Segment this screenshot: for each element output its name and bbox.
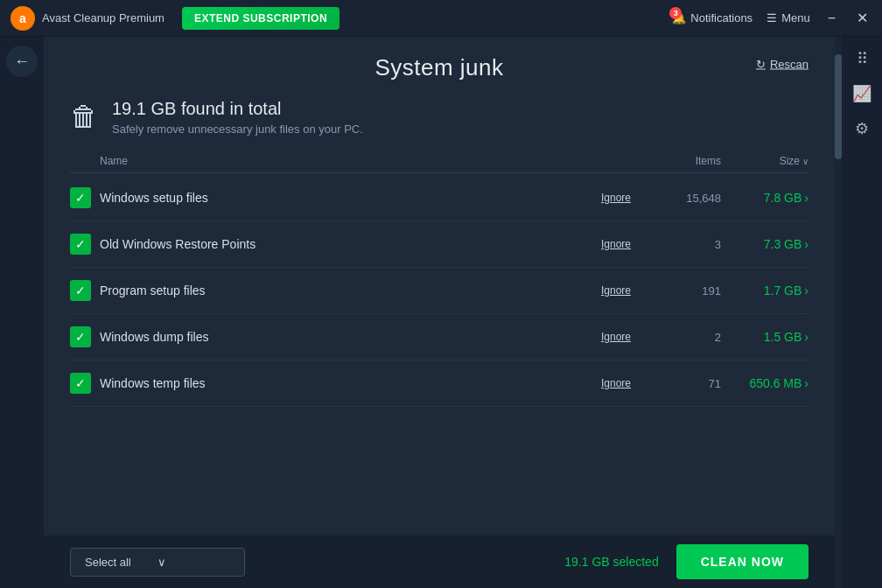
app-title: Avast Cleanup Premium bbox=[42, 11, 164, 24]
rescan-button[interactable]: ↻ Rescan bbox=[756, 57, 808, 70]
row-items-2: 191 bbox=[651, 284, 721, 298]
select-all-dropdown[interactable]: Select all ∨ bbox=[70, 548, 245, 577]
table-row: ✓ Windows dump files Ignore 2 1.5 GB › bbox=[70, 314, 808, 360]
logo-area: a Avast Cleanup Premium EXTEND SUBSCRIPT… bbox=[10, 6, 672, 31]
notifications-label: Notifications bbox=[690, 11, 752, 24]
settings-icon[interactable]: ⚙ bbox=[855, 119, 869, 138]
row-ignore-3[interactable]: Ignore bbox=[581, 331, 651, 343]
row-checkbox-0[interactable]: ✓ bbox=[70, 187, 91, 208]
row-checkbox-2[interactable]: ✓ bbox=[70, 280, 91, 301]
left-nav: ← bbox=[0, 37, 44, 588]
notifications-button[interactable]: 🔔 3 Notifications bbox=[672, 11, 752, 24]
page-header: System junk ↻ Rescan bbox=[44, 37, 835, 90]
grid-icon[interactable]: ⠿ bbox=[857, 49, 868, 68]
summary-text: 19.1 GB found in total Safely remove unn… bbox=[112, 99, 363, 136]
row-size-1[interactable]: 7.3 GB › bbox=[721, 237, 808, 251]
table-row: ✓ Program setup files Ignore 191 1.7 GB … bbox=[70, 268, 808, 314]
row-items-4: 71 bbox=[651, 377, 721, 390]
table-row: ✓ Windows setup files Ignore 15,648 7.8 … bbox=[70, 175, 808, 221]
notification-icon-wrap: 🔔 3 bbox=[672, 11, 686, 24]
footer: Select all ∨ 19.1 GB selected CLEAN NOW bbox=[44, 536, 835, 588]
select-all-label: Select all bbox=[85, 556, 131, 569]
menu-button[interactable]: ☰ Menu bbox=[766, 11, 810, 24]
row-label-0: Windows setup files bbox=[100, 191, 581, 205]
scrollbar-thumb[interactable] bbox=[835, 54, 842, 159]
summary-subtitle: Safely remove unnecessary junk files on … bbox=[112, 122, 363, 136]
row-checkbox-1[interactable]: ✓ bbox=[70, 234, 91, 255]
close-button[interactable]: ✕ bbox=[853, 10, 872, 26]
menu-label: Menu bbox=[781, 11, 810, 24]
row-arrow-icon-2: › bbox=[804, 284, 808, 298]
row-size-0[interactable]: 7.8 GB › bbox=[721, 191, 808, 205]
row-checkbox-3[interactable]: ✓ bbox=[70, 326, 91, 347]
row-items-1: 3 bbox=[651, 238, 721, 251]
row-ignore-2[interactable]: Ignore bbox=[581, 284, 651, 297]
row-label-4: Windows temp files bbox=[100, 376, 581, 390]
titlebar: a Avast Cleanup Premium EXTEND SUBSCRIPT… bbox=[0, 0, 882, 37]
chart-icon[interactable]: 📈 bbox=[852, 84, 872, 103]
row-label-1: Old Windows Restore Points bbox=[100, 237, 581, 251]
svg-text:a: a bbox=[19, 11, 26, 25]
menu-icon: ☰ bbox=[766, 11, 777, 24]
row-checkbox-4[interactable]: ✓ bbox=[70, 373, 91, 394]
row-ignore-0[interactable]: Ignore bbox=[581, 192, 651, 204]
row-arrow-icon-4: › bbox=[804, 376, 808, 390]
rescan-label: Rescan bbox=[770, 57, 808, 70]
row-size-2[interactable]: 1.7 GB › bbox=[721, 284, 808, 298]
content-area: System junk ↻ Rescan 🗑 19.1 GB found in … bbox=[44, 37, 835, 588]
clean-now-button[interactable]: CLEAN NOW bbox=[676, 544, 808, 579]
page-title: System junk bbox=[374, 54, 503, 81]
main-layout: ← System junk ↻ Rescan 🗑 19.1 GB found i… bbox=[0, 37, 882, 588]
junk-table: Name Items Size ∨ ✓ Windows setup files … bbox=[44, 150, 835, 536]
summary-row: 🗑 19.1 GB found in total Safely remove u… bbox=[44, 90, 835, 150]
col-items-header: Items bbox=[651, 155, 721, 167]
row-size-4[interactable]: 650.6 MB › bbox=[721, 376, 808, 390]
table-row: ✓ Old Windows Restore Points Ignore 3 7.… bbox=[70, 221, 808, 268]
row-ignore-4[interactable]: Ignore bbox=[581, 377, 651, 389]
dropdown-chevron-icon: ∨ bbox=[158, 556, 166, 569]
extend-subscription-button[interactable]: EXTEND SUBSCRIPTION bbox=[182, 7, 340, 30]
summary-total: 19.1 GB found in total bbox=[112, 99, 363, 119]
back-button[interactable]: ← bbox=[6, 46, 38, 77]
row-label-3: Windows dump files bbox=[100, 330, 581, 344]
table-header: Name Items Size ∨ bbox=[70, 150, 808, 173]
rescan-icon: ↻ bbox=[756, 57, 766, 70]
sort-arrow-icon: ∨ bbox=[802, 157, 808, 166]
trash-icon: 🗑 bbox=[70, 101, 98, 133]
avast-logo-icon: a bbox=[10, 6, 35, 31]
row-arrow-icon-3: › bbox=[804, 330, 808, 344]
row-ignore-1[interactable]: Ignore bbox=[581, 238, 651, 250]
row-arrow-icon-0: › bbox=[804, 191, 808, 205]
selected-size: 19.1 GB selected bbox=[262, 555, 659, 569]
minimize-button[interactable]: − bbox=[824, 10, 839, 26]
row-label-2: Program setup files bbox=[100, 284, 581, 298]
row-items-3: 2 bbox=[651, 331, 721, 344]
row-arrow-icon-1: › bbox=[804, 237, 808, 251]
table-row: ✓ Windows temp files Ignore 71 650.6 MB … bbox=[70, 360, 808, 407]
row-items-0: 15,648 bbox=[651, 192, 721, 205]
right-sidebar: ⠿ 📈 ⚙ bbox=[842, 37, 882, 588]
row-size-3[interactable]: 1.5 GB › bbox=[721, 330, 808, 344]
scrollbar-track[interactable] bbox=[835, 37, 842, 588]
col-size-header[interactable]: Size ∨ bbox=[721, 155, 808, 167]
col-name-header: Name bbox=[100, 155, 581, 167]
titlebar-right: 🔔 3 Notifications ☰ Menu − ✕ bbox=[672, 10, 872, 26]
